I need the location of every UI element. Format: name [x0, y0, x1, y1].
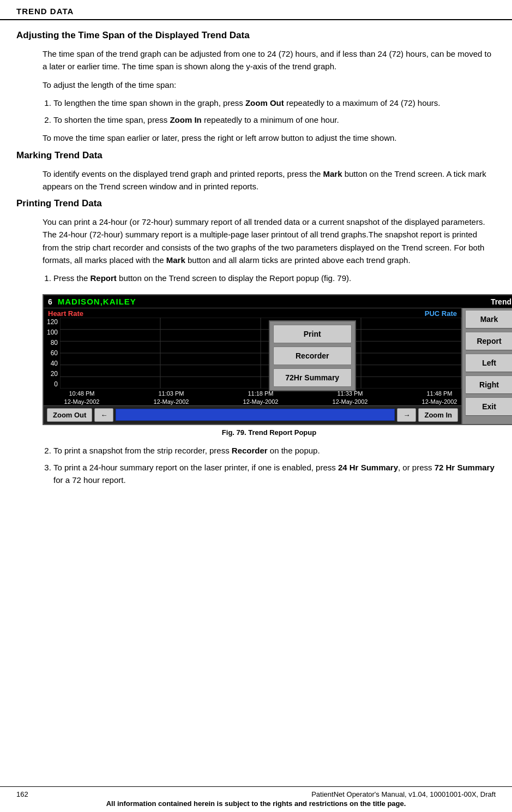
section-heading-3: Printing Trend Data [16, 198, 496, 209]
popup-72hr-button[interactable]: 72Hr Summary [273, 368, 352, 387]
trend-body: Heart Rate PUC Rate 120 100 80 6 [44, 308, 512, 424]
step-1-1: To lengthen the time span shown in the g… [53, 97, 496, 109]
page-title: TREND DATA [16, 7, 74, 16]
y-label-20: 20 [46, 371, 58, 377]
report-popup: Print Recorder 72Hr Summary [269, 320, 356, 391]
bold-24hr: 24 Hr Summary [338, 463, 398, 472]
para-1-closing: To move the time span earlier or later, … [43, 132, 496, 144]
scrollbar-track [116, 409, 395, 421]
bold-zoom-in: Zoom In [170, 115, 201, 124]
trend-screen-header: 6 MADISON,KAILEY Trend [44, 295, 512, 308]
x-label-0: 10:48 PM 12-May-2002 [60, 390, 104, 405]
zoom-in-button[interactable]: Zoom In [418, 408, 458, 422]
bold-zoom-out: Zoom Out [245, 98, 284, 108]
y-label-80: 80 [46, 339, 58, 346]
y-label-100: 100 [46, 329, 58, 336]
section-printing: Printing Trend Data You can print a 24-h… [16, 198, 496, 487]
para-1-1: The time span of the trend graph can be … [43, 47, 496, 73]
step-3-1: Press the Report button on the Trend scr… [53, 272, 496, 284]
bold-mark-2: Mark [166, 255, 185, 265]
popup-recorder-button[interactable]: Recorder [273, 347, 352, 365]
steps-list-3: Press the Report button on the Trend scr… [53, 272, 496, 284]
step-1-2: To shorten the time span, press Zoom In … [53, 114, 496, 126]
graph-canvas-wrapper: Print Recorder 72Hr Summary [60, 318, 461, 389]
section-heading-2: Marking Trend Data [16, 150, 496, 161]
main-content: Adjusting the Time Span of the Displayed… [0, 20, 512, 786]
para-2-1: To identify events on the displayed tren… [43, 168, 496, 193]
section-heading-1: Adjusting the Time Span of the Displayed… [16, 30, 496, 41]
page-header: TREND DATA [0, 0, 512, 20]
section-adjusting-time-span: Adjusting the Time Span of the Displayed… [16, 30, 496, 145]
arrow-left-button[interactable]: ← [94, 408, 113, 422]
page-footer: 162 PatientNet Operator's Manual, v1.04,… [0, 786, 512, 812]
x-date-3: 12-May-2002 [328, 398, 372, 405]
graph-label-puc: PUC Rate [425, 309, 457, 318]
right-button[interactable]: Right [465, 375, 512, 394]
graph-svg [60, 318, 461, 389]
figure-container: 6 MADISON,KAILEY Trend Heart Rate [43, 294, 496, 437]
trend-controls: Zoom Out ← → Zoom In [44, 405, 461, 424]
x-date-0: 12-May-2002 [60, 398, 104, 405]
para-3-1: You can print a 24-hour (or 72-hour) sum… [43, 216, 496, 266]
y-label-60: 60 [46, 350, 58, 356]
post-steps-list: To print a snapshot from the strip recor… [53, 444, 496, 487]
y-label-40: 40 [46, 360, 58, 367]
bold-mark-1: Mark [323, 169, 342, 178]
left-button[interactable]: Left [465, 354, 512, 372]
footer-disclaimer: All information contained herein is subj… [106, 799, 406, 808]
trend-screen: 6 MADISON,KAILEY Trend Heart Rate [43, 294, 512, 425]
x-date-2: 12-May-2002 [239, 398, 282, 405]
footer-manual-info: PatientNet Operator's Manual, v1.04, 100… [311, 790, 496, 798]
section-body-3: You can print a 24-hour (or 72-hour) sum… [43, 216, 496, 487]
x-label-3: 11:33 PM 12-May-2002 [328, 390, 372, 405]
section-body-1: The time span of the trend graph can be … [43, 47, 496, 145]
graph-labels-row: Heart Rate PUC Rate [44, 308, 461, 318]
graph-main: Heart Rate PUC Rate 120 100 80 6 [44, 308, 461, 424]
post-step-2: To print a 24-hour summary report on the… [53, 461, 496, 487]
x-date-4: 12-May-2002 [418, 398, 461, 405]
trend-patient-name: MADISON,KAILEY [58, 297, 136, 306]
bold-report: Report [91, 273, 117, 283]
para-1-2: To adjust the length of the time span: [43, 79, 496, 91]
y-label-120: 120 [46, 319, 58, 325]
footer-page-number: 162 [16, 790, 28, 798]
trend-title: Trend [491, 297, 511, 306]
x-date-1: 12-May-2002 [149, 398, 193, 405]
steps-list-1: To lengthen the time span shown in the g… [53, 97, 496, 127]
zoom-out-button[interactable]: Zoom Out [47, 408, 92, 422]
x-time-0: 10:48 PM [60, 390, 104, 397]
popup-print-button[interactable]: Print [273, 325, 352, 343]
trend-number: 6 [48, 297, 52, 306]
exit-button[interactable]: Exit [465, 397, 512, 416]
bold-recorder: Recorder [232, 446, 268, 455]
section-marking: Marking Trend Data To identify events on… [16, 150, 496, 193]
right-panel: Mark Report Left Right Exit [461, 308, 512, 424]
x-time-4: 11:48 PM [418, 390, 461, 397]
x-axis-labels: 10:48 PM 12-May-2002 11:03 PM 12-May-200… [44, 389, 461, 405]
bold-72hr: 72 Hr Summary [435, 463, 495, 472]
y-axis: 120 100 80 60 40 20 0 [44, 318, 60, 389]
footer-row: 162 PatientNet Operator's Manual, v1.04,… [16, 790, 496, 798]
x-label-2: 11:18 PM 12-May-2002 [239, 390, 282, 405]
mark-button[interactable]: Mark [465, 310, 512, 329]
x-label-1: 11:03 PM 12-May-2002 [149, 390, 193, 405]
graph-label-hr: Heart Rate [48, 309, 425, 318]
section-body-2: To identify events on the displayed tren… [43, 168, 496, 193]
y-label-0: 0 [46, 381, 58, 387]
x-time-1: 11:03 PM [149, 390, 193, 397]
x-label-4: 11:48 PM 12-May-2002 [418, 390, 461, 405]
graph-area: 120 100 80 60 40 20 0 [44, 318, 461, 389]
figure-caption: Fig. 79. Trend Report Popup [43, 428, 496, 437]
post-step-1: To print a snapshot from the strip recor… [53, 444, 496, 457]
arrow-right-button[interactable]: → [397, 408, 416, 422]
report-button[interactable]: Report [465, 332, 512, 350]
